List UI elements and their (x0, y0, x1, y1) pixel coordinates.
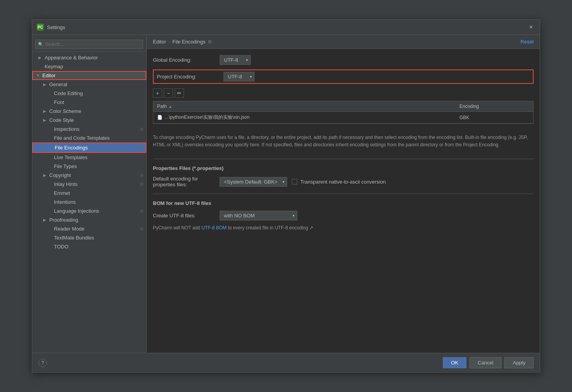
global-encoding-dropdown[interactable]: UTF-8 (220, 55, 251, 65)
sidebar-label: Keymap (45, 64, 63, 69)
sidebar-item-file-encodings[interactable]: File Encodings ⊟ (32, 142, 146, 153)
apply-button[interactable]: Apply (504, 357, 534, 368)
help-button[interactable]: ? (38, 359, 47, 367)
footer: ? OK Cancel Apply (32, 353, 540, 372)
remove-button[interactable]: − (164, 88, 173, 98)
col-encoding-header[interactable]: Encoding (456, 101, 533, 111)
breadcrumb: Editor › File Encodings ⊟ (153, 39, 211, 45)
table-header: Path ▲ Encoding (153, 101, 533, 112)
sidebar-badge: ⊟ (139, 146, 142, 150)
sidebar-item-code-style[interactable]: ▶ Code Style (32, 116, 146, 125)
sidebar-item-language-injections[interactable]: Language Injections ⊟ (32, 206, 146, 215)
sidebar-item-file-code-templates[interactable]: File and Code Templates (32, 134, 146, 142)
sidebar-badge: ⊟ (140, 227, 143, 231)
sidebar-badge: ⊟ (140, 182, 143, 186)
sidebar-badge: ⊟ (140, 173, 143, 177)
expand-icon: ▶ (43, 82, 48, 87)
expand-icon: ▶ (43, 118, 48, 122)
sidebar-label: Appearance & Behavior (45, 55, 98, 61)
transparent-label: Transparent native-to-ascii conversion (300, 179, 386, 185)
encoding-cell: GBK (456, 112, 533, 123)
cancel-button[interactable]: Cancel (470, 357, 501, 368)
settings-dialog: PC Settings × 🔍 ▶ Appearance & Behavior … (32, 19, 540, 373)
col-path-header[interactable]: Path ▲ (153, 101, 456, 111)
sidebar-item-file-types[interactable]: File Types (32, 162, 146, 171)
utf8-note: PyCharm will NOT add UTF-8 BOM to every … (153, 225, 534, 231)
sidebar-label: TextMate Bundles (54, 235, 94, 241)
sidebar-badge: ⊟ (140, 127, 143, 131)
info-text: To change encoding PyCharm uses for a fi… (153, 130, 534, 153)
transparent-checkbox[interactable] (292, 179, 297, 184)
table-row[interactable]: 📄 ...\pythonExercise\实验\我的实验\xin.json GB… (153, 112, 533, 123)
sidebar-item-font[interactable]: Font (32, 98, 146, 107)
main-content: Editor › File Encodings ⊟ Reset Global E… (147, 35, 540, 353)
sidebar-label: Language Injections (54, 208, 99, 214)
sidebar: 🔍 ▶ Appearance & Behavior Keymap ▼ Edito… (32, 35, 147, 353)
app-icon: PC (37, 24, 44, 31)
expand-icon: ▶ (43, 218, 48, 222)
create-utf8-label: Create UTF-8 files: (153, 213, 215, 219)
main-body: Global Encoding: UTF-8 Project Encoding:… (147, 49, 540, 353)
add-button[interactable]: + (153, 88, 162, 98)
sidebar-item-inlay-hints[interactable]: Inlay Hints ⊟ (32, 180, 146, 189)
breadcrumb-icon: ⊟ (208, 39, 211, 44)
sidebar-item-todo[interactable]: TODO (32, 242, 146, 251)
sidebar-item-inspections[interactable]: Inspections ⊟ (32, 125, 146, 134)
title-bar-left: PC Settings (37, 24, 65, 31)
edit-button[interactable]: ✏ (175, 88, 184, 98)
sidebar-item-copyright[interactable]: ▶ Copyright ⊟ (32, 171, 146, 180)
sidebar-label: Copyright (49, 172, 71, 178)
sidebar-item-color-scheme[interactable]: ▶ Color Scheme (32, 107, 146, 116)
reset-link[interactable]: Reset (520, 39, 534, 45)
bom-section-title: BOM for new UTF-8 files (153, 200, 534, 206)
sidebar-item-emmet[interactable]: Emmet (32, 189, 146, 198)
sidebar-item-general[interactable]: ▶ General (32, 80, 146, 89)
title-bar: PC Settings × (32, 20, 540, 35)
transparent-checkbox-row: Transparent native-to-ascii conversion (292, 179, 386, 185)
sidebar-label: Reader Mode (54, 226, 85, 232)
sidebar-label: TODO (54, 244, 68, 250)
close-button[interactable]: × (527, 23, 535, 31)
expand-icon: ▼ (36, 73, 41, 78)
sort-arrow-icon: ▲ (168, 104, 172, 109)
properties-section-title: Properties Files (*.properties) (153, 165, 534, 171)
global-encoding-label: Global Encoding: (153, 57, 215, 63)
sidebar-label: Inlay Hints (54, 181, 78, 187)
sidebar-item-editor[interactable]: ▼ Editor (32, 71, 146, 80)
sidebar-item-textmate-bundles[interactable]: TextMate Bundles (32, 233, 146, 242)
sidebar-label: File Types (54, 163, 77, 169)
expand-icon: ▶ (43, 109, 48, 113)
project-encoding-dropdown[interactable]: UTF-8 (224, 72, 255, 82)
expand-icon: ▶ (43, 173, 48, 177)
sidebar-label: Inspections (54, 126, 80, 132)
search-input[interactable] (35, 40, 143, 49)
main-header: Editor › File Encodings ⊟ Reset (147, 35, 540, 49)
sidebar-item-proofreading[interactable]: ▶ Proofreading (32, 215, 146, 224)
sidebar-item-keymap[interactable]: Keymap (32, 62, 146, 71)
table-toolbar: + − ✏ (153, 88, 534, 98)
create-utf8-row: Create UTF-8 files: with NO BOM (153, 211, 534, 220)
sidebar-item-reader-mode[interactable]: Reader Mode ⊟ (32, 224, 146, 233)
breadcrumb-part1: Editor (153, 39, 166, 45)
sidebar-item-live-templates[interactable]: Live Templates (32, 153, 146, 162)
breadcrumb-separator: › (168, 39, 170, 45)
sidebar-label: Emmet (54, 190, 70, 196)
utf8-note-end: to every created file in UTF-8 encoding … (228, 225, 313, 231)
sidebar-item-intentions[interactable]: Intentions (32, 198, 146, 206)
default-encoding-row: Default encoding for properties files: <… (153, 176, 534, 187)
project-encoding-label: Project Encoding: (157, 74, 219, 80)
utf8-note-text: PyCharm will NOT add (153, 225, 200, 231)
sidebar-label: Proofreading (49, 217, 78, 223)
project-encoding-row: Project Encoding: UTF-8 (153, 69, 534, 84)
default-encoding-dropdown[interactable]: <System Default: GBK> (220, 177, 287, 187)
sidebar-label: File and Code Templates (54, 135, 110, 141)
sidebar-label: Editor (42, 73, 55, 78)
encoding-value: GBK (459, 115, 469, 120)
encodings-table: Path ▲ Encoding 📄 ...\pythonExercise\实验\… (153, 101, 534, 124)
create-utf8-dropdown[interactable]: with NO BOM (220, 211, 297, 220)
ok-button[interactable]: OK (443, 357, 466, 368)
utf8-bom-link[interactable]: UTF-8 BOM (201, 225, 227, 231)
sidebar-label: Intentions (54, 199, 76, 205)
sidebar-item-code-editing[interactable]: Code Editing (32, 89, 146, 98)
sidebar-item-appearance[interactable]: ▶ Appearance & Behavior (32, 53, 146, 62)
